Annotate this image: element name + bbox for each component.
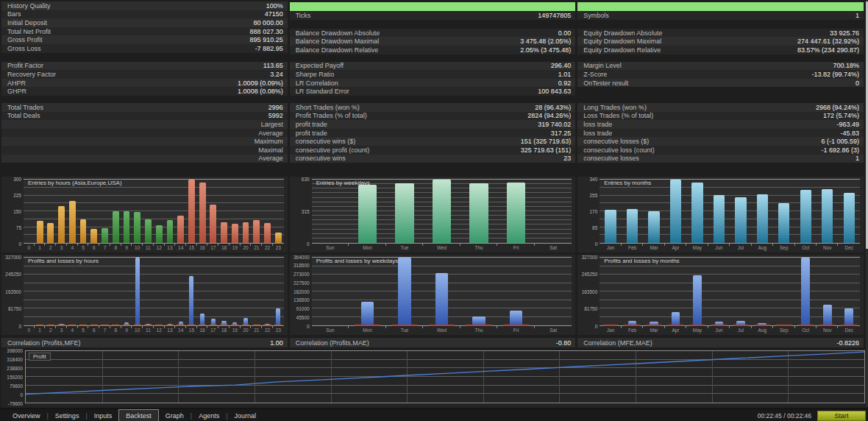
stat-row: Symbols1 xyxy=(577,12,864,21)
tab-agents[interactable]: Agents xyxy=(192,409,226,421)
bar-slot xyxy=(665,258,686,325)
bar xyxy=(823,305,832,325)
y-tick-label: 327000 xyxy=(5,255,21,260)
bar-slot xyxy=(423,180,460,243)
loss-marker xyxy=(166,325,174,326)
stat-row: Short Trades (won %)28 (96.43%) xyxy=(290,103,576,112)
x-tick-label: 10 xyxy=(132,244,143,252)
x-tick-label: Apr xyxy=(665,244,686,252)
bar-slot xyxy=(622,180,643,243)
y-tick-label: 136500 xyxy=(294,297,310,303)
stat-label: consecutive wins ($) xyxy=(296,138,356,145)
bars xyxy=(600,180,860,243)
chart-pl-by-hours: 081750163500245250327000Profits and loss… xyxy=(1,255,288,335)
bar xyxy=(844,193,855,243)
bar-slot xyxy=(251,180,262,243)
x-tick-label: 21 xyxy=(251,326,262,334)
y-tick-label: 0 xyxy=(20,392,23,397)
stat-label: profit trade xyxy=(296,130,327,137)
tab-graph[interactable]: Graph xyxy=(159,409,191,421)
bars xyxy=(600,258,860,325)
tab-backtest[interactable]: Backtest xyxy=(118,409,159,421)
loss-marker xyxy=(711,325,727,326)
x-tick-label: 2 xyxy=(45,244,56,252)
bar-slot xyxy=(497,180,535,243)
stat-row: Average xyxy=(1,129,288,138)
bars xyxy=(312,180,572,243)
stats-column: Short Trades (won %)28 (96.43%)Profit Tr… xyxy=(290,103,576,163)
x-tick-label: 16 xyxy=(197,326,208,334)
bar-slot xyxy=(24,180,35,243)
stat-value: -7 882.95 xyxy=(255,45,283,52)
x-tick-label: Jun xyxy=(708,326,730,334)
bar xyxy=(69,201,76,243)
stat-row: Sharpe Ratio1.01 xyxy=(290,70,576,79)
bar-slot xyxy=(56,180,67,243)
bar xyxy=(243,222,249,243)
bar-slot xyxy=(622,258,643,325)
stat-value: 888 027.30 xyxy=(250,28,283,35)
loss-marker xyxy=(274,325,282,326)
stat-value: 2996 xyxy=(268,104,283,111)
bar xyxy=(714,195,725,243)
x-tick-label: Sat xyxy=(535,326,572,334)
x-axis: SunMonTueWedThuFriSat xyxy=(312,326,572,334)
x-tick-label: Wed xyxy=(423,326,460,334)
tab-overview[interactable]: Overview xyxy=(6,409,47,421)
bar-slot xyxy=(817,258,838,325)
x-tick-label: 7 xyxy=(99,326,110,334)
bar xyxy=(199,183,206,243)
tab-settings[interactable]: Settings xyxy=(49,409,86,421)
tab-inputs[interactable]: Inputs xyxy=(88,409,119,421)
stat-label: Balance Drawdown Maximal xyxy=(296,38,380,45)
loss-marker xyxy=(625,325,640,326)
bar xyxy=(693,275,702,325)
stat-row: profit trade317.25 xyxy=(290,129,576,138)
plot-area: Profits and losses by weekdays xyxy=(312,257,572,326)
bar-slot xyxy=(262,258,273,325)
stat-row: History Quality100% xyxy=(1,1,288,10)
x-tick-label: 14 xyxy=(175,326,186,334)
bar-slot xyxy=(665,180,686,243)
tab-list: Overview|Settings|InputsBacktestGraph|Ag… xyxy=(0,409,263,421)
bar-slot xyxy=(67,258,78,325)
stat-row: Maximum xyxy=(1,137,288,146)
tab-journal[interactable]: Journal xyxy=(228,409,263,421)
loss-marker xyxy=(101,325,108,326)
start-button[interactable]: Start xyxy=(817,411,866,421)
stat-value: Maximum xyxy=(255,138,283,145)
profit-legend: Profit xyxy=(29,353,51,361)
stat-label: Total Deals xyxy=(7,112,40,119)
x-tick-label: 6 xyxy=(88,326,99,334)
loss-marker xyxy=(57,325,65,326)
stat-value: 700.18% xyxy=(833,62,859,69)
bar xyxy=(672,312,680,325)
y-tick-label: 163500 xyxy=(582,289,598,294)
bar-slot xyxy=(45,180,56,243)
stat-value: 33 925.76 xyxy=(830,29,859,37)
stat-value: 895 910.25 xyxy=(250,36,283,43)
stat-label: Total Net Profit xyxy=(7,28,51,35)
chart-title: Profits and losses by months xyxy=(604,258,679,264)
stat-row: loss trade-963.49 xyxy=(577,120,864,129)
x-tick-label: Fri xyxy=(497,244,535,252)
bar-slot xyxy=(686,258,708,325)
stat-row: Gross Profit895 910.25 xyxy=(1,35,288,44)
stat-value: 1 xyxy=(855,12,859,19)
stat-value: 274 447.61 (32.92%) xyxy=(797,38,859,45)
stat-value: Average xyxy=(258,130,282,137)
x-tick-label: 11 xyxy=(143,244,154,252)
stat-label: GHPR xyxy=(7,88,26,95)
stat-row xyxy=(577,87,864,96)
bar-slot xyxy=(262,180,273,243)
bar xyxy=(134,212,140,243)
stat-row: LR Correlation0.92 xyxy=(290,79,576,88)
bar-slot xyxy=(643,180,664,243)
stat-value: 172 (5.74%) xyxy=(823,112,859,119)
x-tick-label: Sep xyxy=(773,244,794,252)
stat-row xyxy=(290,1,576,12)
y-tick-label: 255 xyxy=(589,193,597,198)
x-tick-label: Mar xyxy=(643,326,664,334)
stat-value: 5992 xyxy=(268,112,283,119)
stat-row: Total Deals5992 xyxy=(1,112,288,121)
